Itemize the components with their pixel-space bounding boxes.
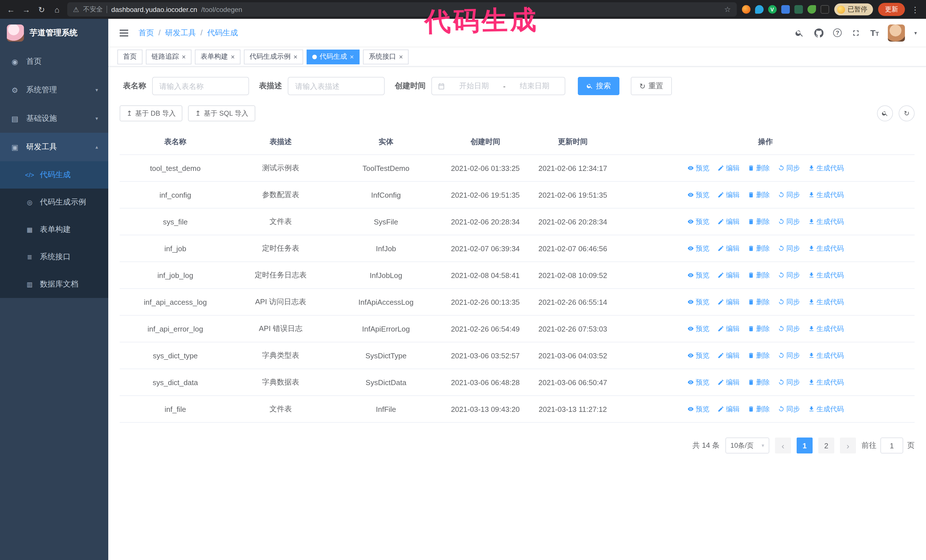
extension-icon-check[interactable]: V	[768, 5, 776, 14]
generate-code-link[interactable]: 生成代码	[808, 190, 844, 200]
tab[interactable]: 链路追踪 ×	[146, 49, 191, 64]
generate-code-link[interactable]: 生成代码	[808, 243, 844, 253]
tab-close-icon[interactable]: ×	[182, 53, 186, 60]
preview-link[interactable]: 预览	[687, 163, 710, 173]
breadcrumb-home[interactable]: 首页	[138, 28, 154, 38]
preview-link[interactable]: 预览	[687, 190, 710, 200]
preview-link[interactable]: 预览	[687, 243, 710, 253]
tab[interactable]: 代码生成 ×	[307, 49, 360, 64]
tab-close-icon[interactable]: ×	[294, 53, 298, 60]
sync-link[interactable]: 同步	[778, 243, 800, 253]
address-bar[interactable]: ⚠ 不安全 dashboard.yudao.iocoder.cn /tool/c…	[67, 2, 737, 17]
tab-close-icon[interactable]: ×	[231, 53, 235, 60]
generate-code-link[interactable]: 生成代码	[808, 377, 844, 387]
forward-icon[interactable]: →	[21, 5, 31, 14]
toggle-search-button[interactable]	[877, 106, 893, 121]
generate-code-link[interactable]: 生成代码	[808, 217, 844, 226]
delete-link[interactable]: 删除	[747, 163, 770, 173]
generate-code-link[interactable]: 生成代码	[808, 297, 844, 307]
delete-link[interactable]: 删除	[747, 404, 770, 414]
edit-link[interactable]: 编辑	[717, 404, 740, 414]
page-button-1[interactable]: 1	[797, 438, 813, 453]
bookmark-star-icon[interactable]: ☆	[724, 5, 731, 14]
table-name-input[interactable]	[152, 77, 249, 95]
tab[interactable]: 代码生成示例 ×	[244, 49, 303, 64]
edit-link[interactable]: 编辑	[717, 377, 740, 387]
delete-link[interactable]: 删除	[747, 324, 770, 334]
goto-page-input[interactable]	[881, 438, 903, 453]
sidebar-item-system[interactable]: ⚙ 系统管理 ▾	[0, 76, 108, 104]
help-icon[interactable]: ?	[833, 29, 842, 37]
extension-icon-leaf[interactable]	[807, 5, 816, 14]
preview-link[interactable]: 预览	[687, 217, 710, 226]
generate-code-link[interactable]: 生成代码	[808, 163, 844, 173]
extension-icon-square[interactable]	[794, 5, 803, 14]
delete-link[interactable]: 删除	[747, 270, 770, 280]
font-size-icon[interactable]: TT	[870, 29, 879, 37]
edit-link[interactable]: 编辑	[717, 190, 740, 200]
paused-badge[interactable]: 已暂停	[834, 3, 873, 15]
browser-update-button[interactable]: 更新	[878, 3, 905, 16]
search-button[interactable]: 搜索	[578, 77, 619, 95]
refresh-button[interactable]: ↻	[899, 106, 915, 121]
reload-icon[interactable]: ↻	[36, 5, 47, 14]
tab-close-icon[interactable]: ×	[350, 53, 354, 60]
github-icon[interactable]	[814, 28, 824, 38]
fullscreen-icon[interactable]	[851, 28, 861, 38]
import-sql-button[interactable]: ↥ 基于 SQL 导入	[188, 106, 255, 121]
sidebar-item-codegen[interactable]: </> 代码生成	[0, 161, 108, 189]
sidebar-item-dev-tools[interactable]: ▣ 研发工具 ▴	[0, 133, 108, 161]
user-avatar[interactable]	[888, 24, 905, 41]
extension-icon-people[interactable]	[781, 5, 790, 14]
delete-link[interactable]: 删除	[747, 190, 770, 200]
avatar-caret-down-icon[interactable]: ▾	[914, 30, 917, 36]
page-button-2[interactable]: 2	[818, 438, 834, 453]
generate-code-link[interactable]: 生成代码	[808, 351, 844, 360]
generate-code-link[interactable]: 生成代码	[808, 270, 844, 280]
delete-link[interactable]: 删除	[747, 377, 770, 387]
tab[interactable]: 首页	[117, 49, 142, 64]
breadcrumb-dev-tools[interactable]: 研发工具	[165, 28, 196, 38]
extension-icon-puzzle[interactable]	[820, 5, 829, 14]
preview-link[interactable]: 预览	[687, 270, 710, 280]
sidebar-item-db-doc[interactable]: ▥ 数据库文档	[0, 270, 108, 298]
sync-link[interactable]: 同步	[778, 297, 800, 307]
sidebar-item-form-builder[interactable]: ▦ 表单构建	[0, 216, 108, 243]
edit-link[interactable]: 编辑	[717, 297, 740, 307]
edit-link[interactable]: 编辑	[717, 351, 740, 360]
sync-link[interactable]: 同步	[778, 377, 800, 387]
sync-link[interactable]: 同步	[778, 351, 800, 360]
preview-link[interactable]: 预览	[687, 404, 710, 414]
delete-link[interactable]: 删除	[747, 217, 770, 226]
delete-link[interactable]: 删除	[747, 351, 770, 360]
extension-icon-drop[interactable]	[755, 5, 763, 14]
sync-link[interactable]: 同步	[778, 404, 800, 414]
preview-link[interactable]: 预览	[687, 377, 710, 387]
preview-link[interactable]: 预览	[687, 351, 710, 360]
home-icon[interactable]: ⌂	[52, 5, 62, 14]
sync-link[interactable]: 同步	[778, 270, 800, 280]
preview-link[interactable]: 预览	[687, 297, 710, 307]
table-desc-input[interactable]	[288, 77, 385, 95]
tab-close-icon[interactable]: ×	[399, 53, 403, 60]
sync-link[interactable]: 同步	[778, 324, 800, 334]
import-db-button[interactable]: ↥ 基于 DB 导入	[120, 106, 183, 121]
generate-code-link[interactable]: 生成代码	[808, 324, 844, 334]
sidebar-item-infrastructure[interactable]: ▤ 基础设施 ▾	[0, 104, 108, 133]
sidebar-item-home[interactable]: ◉ 首页	[0, 47, 108, 76]
sync-link[interactable]: 同步	[778, 190, 800, 200]
edit-link[interactable]: 编辑	[717, 217, 740, 226]
reset-button[interactable]: ↻ 重置	[631, 77, 672, 95]
delete-link[interactable]: 删除	[747, 297, 770, 307]
search-icon[interactable]	[794, 28, 805, 38]
sidebar-toggle-icon[interactable]	[117, 27, 130, 38]
prev-page-button[interactable]: ‹	[775, 438, 791, 453]
back-icon[interactable]: ←	[6, 5, 16, 14]
sync-link[interactable]: 同步	[778, 217, 800, 226]
edit-link[interactable]: 编辑	[717, 243, 740, 253]
sidebar-item-api[interactable]: ≣ 系统接口	[0, 243, 108, 270]
sidebar-item-codegen-example[interactable]: ◎ 代码生成示例	[0, 189, 108, 216]
preview-link[interactable]: 预览	[687, 324, 710, 334]
extension-icon-orange[interactable]	[741, 5, 750, 14]
edit-link[interactable]: 编辑	[717, 163, 740, 173]
